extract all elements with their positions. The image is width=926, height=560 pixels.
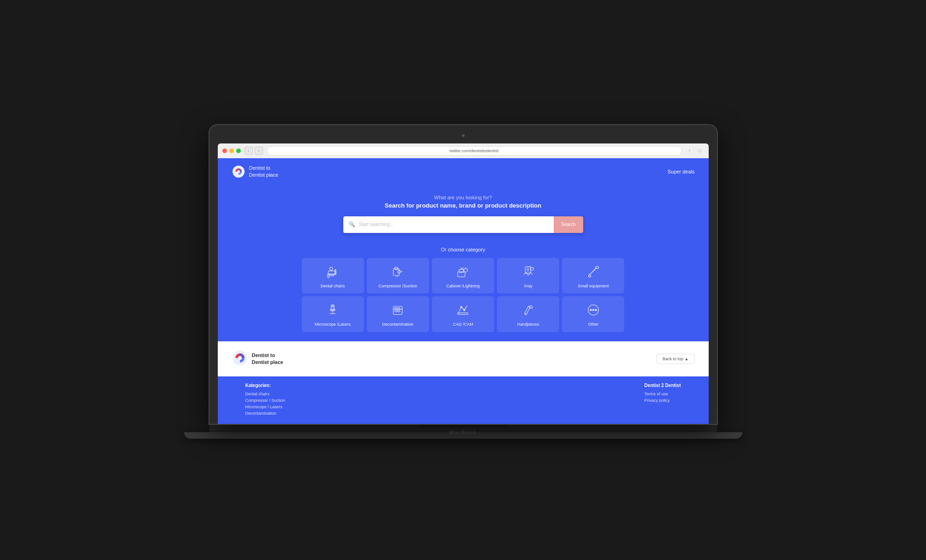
svg-point-31 bbox=[332, 306, 333, 307]
svg-rect-35 bbox=[395, 310, 397, 312]
category-name-cad-cam: CAD /CAM bbox=[453, 322, 473, 328]
search-bar: 🔍 Start searching... Search bbox=[343, 216, 583, 233]
site-header: Dentist to Dentist place Super deals bbox=[218, 158, 709, 185]
back-button[interactable]: ‹ bbox=[245, 147, 253, 155]
browser-chrome: ‹ › twitter.com/dentisttodentist ↑ □ bbox=[218, 143, 709, 158]
hero-subtitle: What are you looking for? bbox=[227, 195, 699, 200]
category-name-decontamination: Decontamination bbox=[382, 322, 414, 328]
svg-rect-40 bbox=[458, 313, 468, 315]
search-placeholder: Start searching... bbox=[359, 222, 394, 227]
logo-area: Dentist to Dentist place bbox=[232, 165, 279, 179]
category-dental-chairs[interactable]: Dental chairs bbox=[302, 258, 364, 294]
footer-link-decontamination[interactable]: Decontamination bbox=[245, 411, 286, 416]
category-name-small-equipment: Small equipment bbox=[578, 284, 609, 289]
camera bbox=[462, 134, 465, 137]
footer-link-terms[interactable]: Terms of use bbox=[645, 392, 681, 396]
svg-point-25 bbox=[588, 275, 591, 277]
svg-rect-4 bbox=[329, 274, 334, 275]
category-grid: Dental chairs bbox=[302, 258, 625, 332]
svg-rect-15 bbox=[459, 269, 464, 272]
footer-col1-title: Kategorien: bbox=[245, 383, 286, 388]
decontamination-icon bbox=[390, 303, 405, 317]
svg-rect-2 bbox=[328, 271, 335, 274]
category-section: Or choose category bbox=[218, 247, 709, 341]
back-to-top-button[interactable]: Back to top ▲ bbox=[657, 354, 694, 364]
forward-button[interactable]: › bbox=[255, 147, 263, 155]
footer-link-microscope[interactable]: Microscope / Lasers bbox=[245, 405, 286, 409]
category-name-compressor: Compressor /Suction bbox=[378, 284, 417, 289]
category-name-cabinet: Cabinet /Lightning bbox=[446, 284, 480, 289]
hero-title: Search for product name, brand or produc… bbox=[227, 202, 699, 209]
camera-bar bbox=[218, 131, 709, 141]
handpieces-icon bbox=[521, 303, 536, 317]
category-small-equipment[interactable]: Small equipment bbox=[562, 258, 624, 294]
svg-point-44 bbox=[592, 310, 594, 311]
maximize-button[interactable] bbox=[236, 149, 241, 153]
footer-link-dental-chairs[interactable]: Dental chairs bbox=[245, 392, 286, 396]
svg-rect-24 bbox=[596, 267, 598, 268]
dental-chair-icon bbox=[325, 264, 340, 279]
category-compressor[interactable]: Compressor /Suction bbox=[367, 258, 429, 294]
super-deals-link[interactable]: Super deals bbox=[668, 169, 695, 174]
category-cabinet[interactable]: Cabinet /Lightning bbox=[432, 258, 494, 294]
category-handpieces[interactable]: Handpieces bbox=[497, 296, 559, 332]
category-name-dental-chairs: Dental chairs bbox=[321, 284, 345, 289]
category-decontamination[interactable]: Decontamination bbox=[367, 296, 429, 332]
search-icon: 🔍 bbox=[349, 221, 355, 227]
logo-icon bbox=[232, 165, 245, 179]
footer-white: Dentist to Dentist place Back to top ▲ bbox=[218, 341, 709, 376]
close-button[interactable] bbox=[222, 149, 227, 153]
svg-point-39 bbox=[464, 310, 465, 311]
other-icon bbox=[586, 303, 601, 317]
footer-col-kategorien: Kategorien: Dental chairs Compressor / S… bbox=[245, 383, 286, 417]
footer-col2-title: Dentist 2 Dentist bbox=[645, 383, 681, 388]
category-label: Or choose category bbox=[232, 247, 695, 252]
logo-text: Dentist to Dentist place bbox=[249, 165, 279, 179]
footer-logo-area: Dentist to Dentist place bbox=[232, 350, 283, 368]
category-other[interactable]: Other bbox=[562, 296, 624, 332]
macbook-brand-label: MacBook bbox=[449, 429, 477, 435]
category-microscope[interactable]: Microscope /Lasers bbox=[302, 296, 364, 332]
svg-point-1 bbox=[237, 170, 240, 173]
traffic-lights bbox=[222, 149, 241, 153]
svg-rect-9 bbox=[395, 267, 398, 269]
macbook-screen: ‹ › twitter.com/dentisttodentist ↑ □ bbox=[209, 125, 717, 424]
footer-blue: Kategorien: Dental chairs Compressor / S… bbox=[218, 376, 709, 424]
category-name-other: Other bbox=[588, 322, 599, 328]
footer-link-privacy[interactable]: Privacy policy bbox=[645, 398, 681, 403]
compressor-icon bbox=[390, 264, 405, 279]
svg-point-43 bbox=[590, 310, 591, 311]
category-name-handpieces: Handpieces bbox=[517, 322, 539, 328]
microscope-icon bbox=[325, 303, 340, 317]
address-bar[interactable]: twitter.com/dentisttodentist bbox=[267, 146, 682, 155]
cad-cam-icon bbox=[455, 303, 470, 317]
share-icon[interactable]: ↑ bbox=[686, 147, 694, 155]
svg-rect-36 bbox=[398, 310, 400, 312]
search-input-area[interactable]: 🔍 Start searching... bbox=[343, 216, 554, 233]
browser-actions: ↑ □ bbox=[686, 147, 704, 155]
search-button[interactable]: Search bbox=[554, 216, 583, 233]
svg-point-16 bbox=[464, 268, 468, 272]
website: Dentist to Dentist place Super deals Wha… bbox=[218, 158, 709, 424]
svg-point-45 bbox=[595, 310, 597, 311]
browser-nav: ‹ › bbox=[245, 147, 263, 155]
svg-point-22 bbox=[530, 267, 533, 270]
svg-point-6 bbox=[330, 267, 333, 270]
footer-logo-icon bbox=[232, 350, 248, 368]
minimize-button[interactable] bbox=[229, 149, 234, 153]
cabinet-icon bbox=[455, 264, 470, 279]
footer-col2-links: Terms of use Privacy policy bbox=[645, 392, 681, 403]
category-xray[interactable]: Xray bbox=[497, 258, 559, 294]
svg-point-38 bbox=[461, 306, 462, 308]
screen-bezel: ‹ › twitter.com/dentisttodentist ↑ □ bbox=[218, 143, 709, 424]
footer-link-compressor[interactable]: Compressor / Suction bbox=[245, 398, 286, 403]
xray-icon bbox=[521, 264, 536, 279]
footer-logo-text: Dentist to Dentist place bbox=[252, 352, 283, 366]
url-text: twitter.com/dentisttodentist bbox=[449, 149, 498, 153]
category-name-microscope: Microscope /Lasers bbox=[315, 322, 351, 328]
svg-point-47 bbox=[238, 356, 242, 360]
svg-rect-3 bbox=[328, 274, 329, 278]
footer-col1-links: Dental chairs Compressor / Suction Micro… bbox=[245, 392, 286, 416]
category-cad-cam[interactable]: CAD /CAM bbox=[432, 296, 494, 332]
tabs-icon[interactable]: □ bbox=[696, 147, 704, 155]
